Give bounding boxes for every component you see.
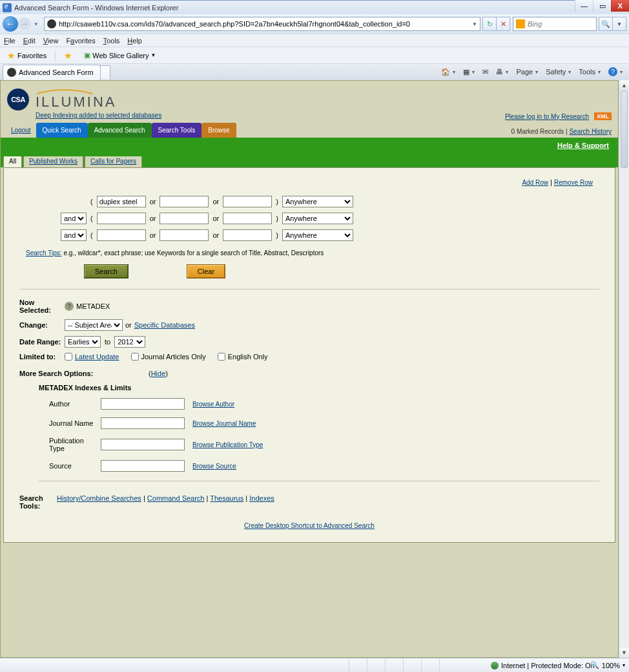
search-term-3b[interactable] (160, 229, 209, 241)
web-slice-button[interactable]: ▣Web Slice Gallery ▼ (81, 50, 159, 61)
browser-search-input[interactable] (528, 20, 579, 28)
menu-file[interactable]: FFileile (4, 37, 15, 45)
indexes-link[interactable]: Indexes (249, 494, 274, 502)
command-search-link[interactable]: Command Search (147, 494, 205, 502)
help-menu[interactable]: ? (606, 66, 625, 78)
tab-search-tools[interactable]: Search Tools (152, 123, 202, 138)
search-term-1a[interactable] (97, 196, 146, 207)
subtab-calls-for-papers[interactable]: Calls for Papers (85, 154, 142, 167)
search-term-1b[interactable] (160, 196, 209, 207)
menu-view[interactable]: View (43, 37, 59, 45)
field-select-1[interactable]: Anywhere (282, 196, 353, 207)
search-term-2b[interactable] (160, 213, 209, 224)
search-term-2a[interactable] (97, 213, 146, 224)
stop-button[interactable]: ✕ (496, 17, 510, 31)
search-tips-link[interactable]: Search Tips: (26, 249, 62, 257)
field-select-3[interactable]: Anywhere (282, 229, 353, 241)
or-text: or (125, 321, 132, 329)
menu-edit[interactable]: Edit (23, 37, 36, 45)
print-button[interactable]: 🖶 (493, 67, 511, 77)
limited-to-label: Limited to: (19, 353, 65, 361)
hide-link[interactable]: Hide (151, 370, 166, 377)
browse-source-link[interactable]: Browse Source (192, 463, 236, 470)
new-tab-button[interactable] (100, 65, 110, 79)
scroll-up-button[interactable]: ▲ (619, 80, 629, 90)
page-menu[interactable]: Page (513, 67, 541, 77)
deep-indexing-link[interactable]: Deep Indexing added to selected database… (36, 112, 161, 119)
tab-advanced-search[interactable]: Advanced Search (88, 123, 152, 138)
tab-quick-search[interactable]: Quick Search (36, 123, 88, 138)
latest-update-checkbox[interactable]: Latest Update (65, 353, 119, 361)
field-select-2[interactable]: Anywhere (282, 213, 353, 224)
login-link[interactable]: Please log in to My Research (505, 113, 589, 120)
journal-name-input[interactable] (101, 417, 185, 429)
info-icon[interactable]: ? (65, 302, 74, 311)
menu-tools[interactable]: Tools (103, 37, 120, 45)
home-button[interactable]: 🏠 (438, 67, 458, 78)
publication-type-input[interactable] (101, 439, 185, 450)
favorites-button[interactable]: ★Favorites (4, 49, 50, 62)
menu-favorites[interactable]: Favorites (66, 37, 95, 45)
remove-row-link[interactable]: Remove Row (554, 179, 593, 186)
search-term-1c[interactable] (223, 196, 272, 207)
bool-select-3[interactable]: and (61, 229, 87, 241)
search-history-link[interactable]: Search History (569, 128, 612, 135)
safety-menu[interactable]: Safety (543, 67, 573, 77)
help-support-link[interactable]: Help & Support (557, 142, 609, 149)
feeds-button[interactable]: ▦ (460, 67, 477, 78)
search-term-2c[interactable] (223, 213, 272, 224)
zoom-dropdown-icon[interactable]: ▾ (623, 662, 625, 668)
browse-author-link[interactable]: Browse Author (192, 401, 234, 408)
read-mail-button[interactable]: ✉ (480, 67, 491, 78)
history-combine-link[interactable]: History/Combine Searches (57, 494, 141, 502)
search-go-button[interactable]: 🔍 (599, 17, 613, 31)
scroll-thumb[interactable] (621, 90, 628, 168)
forward-button[interactable]: → (18, 17, 31, 30)
bool-select-2[interactable]: and (61, 213, 87, 224)
author-input[interactable] (101, 398, 185, 410)
search-term-3c[interactable] (223, 229, 272, 241)
browse-journal-link[interactable]: Browse Journal Name (192, 420, 256, 427)
tools-menu[interactable]: Tools (576, 67, 603, 77)
thesaurus-link[interactable]: Thesaurus (210, 494, 243, 502)
help-icon: ? (608, 67, 617, 76)
search-button[interactable]: Search (84, 264, 129, 278)
zoom-control[interactable]: 🔍 100% ▾ (590, 661, 625, 669)
close-button[interactable]: X (611, 0, 629, 12)
subject-area-select[interactable]: -- Subject Area -- (65, 319, 123, 331)
menu-help[interactable]: Help (127, 37, 142, 45)
url-field[interactable]: ▼ (44, 17, 480, 31)
clear-button[interactable]: Clear (187, 264, 225, 278)
browser-tab[interactable]: Advanced Search Form (3, 65, 101, 80)
logout-link[interactable]: Logout (7, 123, 35, 138)
recent-dropdown-icon[interactable]: ▼ (34, 21, 39, 27)
source-input[interactable] (101, 460, 185, 472)
vertical-scrollbar[interactable]: ▲ ▼ (619, 80, 629, 658)
browse-pubtype-link[interactable]: Browse Publication Type (192, 441, 263, 448)
now-selected-label: Now Selected: (19, 299, 65, 314)
search-dropdown-button[interactable]: ▼ (612, 17, 626, 31)
url-dropdown-icon[interactable]: ▼ (472, 21, 477, 27)
date-to-select[interactable]: 2012 (114, 336, 145, 348)
subtab-published-works[interactable]: Published Works (23, 154, 83, 167)
english-only-checkbox[interactable]: English Only (218, 353, 268, 361)
search-term-3a[interactable] (97, 229, 146, 241)
add-row-link[interactable]: Add Row (522, 179, 548, 186)
journal-only-checkbox[interactable]: Journal Articles Only (131, 353, 206, 361)
minimize-button[interactable]: — (575, 0, 593, 12)
suggested-sites-button[interactable]: ★ (61, 49, 76, 62)
browser-search-field[interactable] (513, 17, 597, 31)
tab-browse[interactable]: Browse (201, 123, 236, 138)
divider (19, 289, 599, 289)
scroll-down-button[interactable]: ▼ (619, 647, 629, 658)
back-button[interactable]: ← (3, 16, 18, 32)
maximize-button[interactable]: ▭ (593, 0, 611, 12)
specific-databases-link[interactable]: Specific Databases (134, 321, 195, 329)
refresh-button[interactable]: ↻ (482, 17, 497, 31)
date-from-select[interactable]: Earliest (65, 336, 101, 348)
xml-badge[interactable]: XML (594, 112, 612, 120)
create-shortcut-link[interactable]: Create Desktop Shortcut to Advanced Sear… (244, 522, 375, 529)
search-tips: Search Tips: e.g., wildcar*, exact phras… (26, 249, 599, 257)
url-input[interactable] (59, 20, 469, 28)
subtab-all[interactable]: All (3, 154, 22, 167)
